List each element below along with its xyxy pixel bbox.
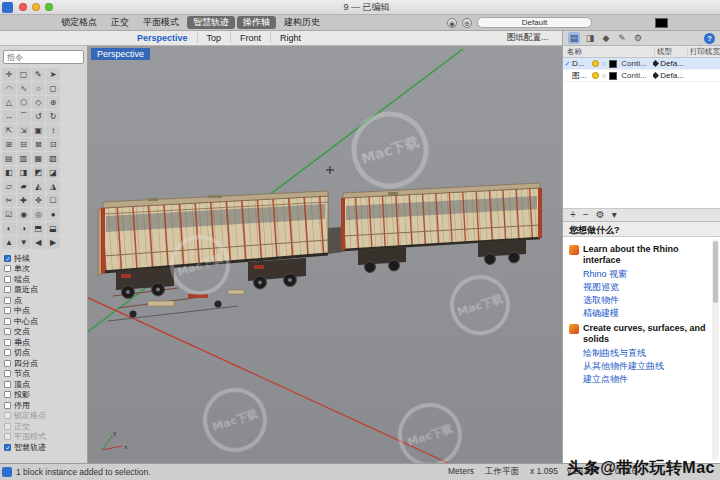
active-color-swatch[interactable] bbox=[655, 18, 668, 28]
minimize-button[interactable] bbox=[32, 3, 40, 11]
tool-icon[interactable]: ▱ bbox=[2, 180, 16, 193]
cplane-label[interactable]: 工作平面 bbox=[485, 466, 519, 478]
visibility-bulb-icon[interactable] bbox=[592, 72, 599, 79]
close-button[interactable] bbox=[19, 3, 27, 11]
osnap-item-7[interactable]: 中心点 bbox=[4, 316, 85, 327]
help-scrollbar[interactable] bbox=[712, 239, 719, 461]
tool-icon[interactable]: ◪ bbox=[46, 166, 60, 179]
tool-icon[interactable]: ◠ bbox=[2, 82, 16, 95]
osnap-item-19[interactable]: 智慧轨迹 bbox=[4, 442, 85, 453]
osnap-item-17[interactable]: 正交 bbox=[4, 421, 85, 432]
tool-icon[interactable]: ✂ bbox=[2, 194, 16, 207]
help-panel-icon[interactable]: ? bbox=[704, 33, 715, 44]
layer-row[interactable]: ✓D...○Conti...Defa... bbox=[563, 58, 720, 70]
osnap-checkbox[interactable] bbox=[4, 286, 11, 293]
toolbar-toggle-6[interactable]: 建构历史 bbox=[278, 16, 326, 29]
tool-icon[interactable]: ▤ bbox=[2, 152, 16, 165]
osnap-item-11[interactable]: 四分点 bbox=[4, 358, 85, 369]
lock-icon[interactable]: ○ bbox=[602, 72, 606, 80]
zoom-button[interactable] bbox=[45, 3, 53, 11]
notes-panel-icon[interactable]: ✎ bbox=[616, 32, 628, 44]
tool-icon[interactable]: ✛ bbox=[2, 68, 16, 81]
tool-icon[interactable]: ↺ bbox=[32, 110, 46, 123]
tool-icon[interactable]: ✚ bbox=[17, 194, 31, 207]
tool-icon[interactable]: ☐ bbox=[46, 194, 60, 207]
tool-icon[interactable]: ◑ bbox=[17, 222, 31, 235]
layers-panel-icon[interactable]: ▤ bbox=[568, 32, 580, 44]
selection-filter-icon[interactable] bbox=[2, 467, 12, 477]
osnap-item-16[interactable]: 锁定格点 bbox=[4, 411, 85, 422]
settings-panel-icon[interactable]: ⚙ bbox=[632, 32, 644, 44]
toolbar-toggle-4[interactable]: 智慧轨迹 bbox=[187, 16, 235, 29]
tool-icon[interactable]: ▧ bbox=[46, 152, 60, 165]
osnap-checkbox[interactable] bbox=[4, 412, 11, 419]
tool-icon[interactable]: ◨ bbox=[17, 166, 31, 179]
toolbar-toggle-1[interactable]: 锁定格点 bbox=[55, 16, 103, 29]
help-link[interactable]: Rhino 视窗 bbox=[569, 268, 708, 281]
viewport-tab-top[interactable]: Top bbox=[197, 33, 231, 43]
tool-icon[interactable]: ▲ bbox=[2, 236, 16, 249]
tool-icon[interactable]: ▥ bbox=[17, 152, 31, 165]
osnap-checkbox[interactable] bbox=[4, 402, 11, 409]
tool-icon[interactable]: ☑ bbox=[2, 208, 16, 221]
units-label[interactable]: Meters bbox=[448, 466, 474, 478]
osnap-checkbox[interactable] bbox=[4, 370, 11, 377]
tool-icon[interactable]: ↻ bbox=[46, 110, 60, 123]
help-scrollbar-thumb[interactable] bbox=[713, 241, 718, 303]
tool-icon[interactable]: ◉ bbox=[17, 208, 31, 221]
tool-icon[interactable]: ◇ bbox=[32, 96, 46, 109]
tool-icon[interactable]: ⊟ bbox=[17, 138, 31, 151]
layer-color-swatch[interactable] bbox=[609, 72, 617, 80]
osnap-item-1[interactable]: 持续 bbox=[4, 253, 85, 264]
toolbar-toggle-5[interactable]: 操作轴 bbox=[237, 16, 276, 29]
visibility-bulb-icon[interactable] bbox=[592, 60, 599, 67]
tool-icon[interactable]: ➤ bbox=[46, 68, 60, 81]
osnap-checkbox[interactable] bbox=[4, 360, 11, 367]
osnap-checkbox[interactable] bbox=[4, 318, 11, 325]
osnap-checkbox[interactable] bbox=[4, 349, 11, 356]
osnap-item-13[interactable]: 顶点 bbox=[4, 379, 85, 390]
add-layer-button[interactable]: + bbox=[570, 209, 576, 221]
viewport-tab-perspective[interactable]: Perspective bbox=[128, 33, 197, 43]
osnap-checkbox[interactable] bbox=[4, 307, 11, 314]
tool-icon[interactable]: ○ bbox=[32, 82, 46, 95]
crosshair-icon[interactable]: ⊕ bbox=[462, 18, 472, 28]
osnap-item-4[interactable]: 最近点 bbox=[4, 285, 85, 296]
viewport-tab-right[interactable]: Right bbox=[270, 33, 310, 43]
osnap-checkbox[interactable] bbox=[4, 328, 11, 335]
tool-icon[interactable]: △ bbox=[2, 96, 16, 109]
help-link[interactable]: 精确建模 bbox=[569, 307, 708, 320]
preset-dropdown[interactable]: Default bbox=[477, 17, 592, 28]
tool-icon[interactable]: ⊞ bbox=[2, 138, 16, 151]
layout-config-button[interactable]: 图纸配置... bbox=[507, 32, 548, 44]
tool-icon[interactable]: ◮ bbox=[46, 180, 60, 193]
help-link[interactable]: 建立点物件 bbox=[569, 373, 708, 386]
layer-row[interactable]: 图...○Conti...Defa... bbox=[563, 70, 720, 82]
command-input[interactable] bbox=[3, 50, 84, 64]
tool-icon[interactable]: ⊡ bbox=[46, 138, 60, 151]
layer-color-swatch[interactable] bbox=[609, 60, 617, 68]
record-icon[interactable]: ◉ bbox=[447, 18, 457, 28]
osnap-item-10[interactable]: 切点 bbox=[4, 348, 85, 359]
osnap-item-2[interactable]: 单次 bbox=[4, 264, 85, 275]
tool-icon[interactable]: ⌒ bbox=[17, 110, 31, 123]
tool-icon[interactable]: ▢ bbox=[17, 68, 31, 81]
tool-icon[interactable]: ▶ bbox=[46, 236, 60, 249]
osnap-checkbox[interactable] bbox=[4, 265, 11, 272]
tool-icon[interactable]: ⇲ bbox=[17, 124, 31, 137]
osnap-checkbox[interactable] bbox=[4, 433, 11, 440]
tool-icon[interactable]: ◎ bbox=[32, 208, 46, 221]
tool-icon[interactable]: ▰ bbox=[17, 180, 31, 193]
osnap-item-15[interactable]: 停用 bbox=[4, 400, 85, 411]
tool-icon[interactable]: ⬡ bbox=[17, 96, 31, 109]
osnap-checkbox[interactable] bbox=[4, 444, 11, 451]
remove-layer-button[interactable]: − bbox=[583, 209, 589, 221]
toolbar-toggle-2[interactable]: 正交 bbox=[105, 16, 135, 29]
tool-icon[interactable]: ⊕ bbox=[46, 96, 60, 109]
tool-icon[interactable]: ✎ bbox=[32, 68, 46, 81]
help-link[interactable]: 选取物件 bbox=[569, 294, 708, 307]
osnap-item-14[interactable]: 投影 bbox=[4, 390, 85, 401]
tool-icon[interactable]: ⬒ bbox=[32, 222, 46, 235]
layer-options-button[interactable]: ⚙ bbox=[596, 209, 605, 221]
osnap-item-18[interactable]: 平面模式 bbox=[4, 432, 85, 443]
